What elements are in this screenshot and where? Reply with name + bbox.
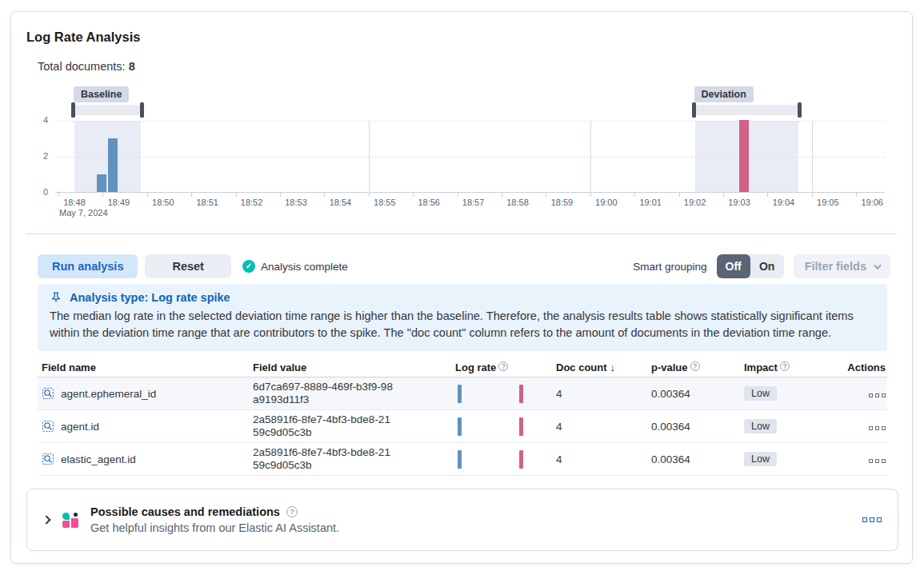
row-actions-icon[interactable]: [869, 459, 886, 463]
x-axis-label: 19:00: [595, 198, 618, 207]
doc-count-value: 4: [556, 453, 651, 465]
x-axis-label: 18:50: [152, 198, 174, 207]
sparkline-deviation-bar: [519, 385, 523, 403]
row-actions-icon[interactable]: [869, 393, 886, 397]
smart-grouping-off-button[interactable]: Off: [717, 254, 750, 278]
log-rate-analysis-panel: Log Rate Analysis Total documents: 8 Bas…: [10, 11, 913, 564]
callout-body: The median log rate in the selected devi…: [50, 308, 875, 341]
x-axis-label: 18:48: [63, 198, 86, 207]
table-row[interactable]: agent.id 2a5891f6-8fe7-4bf3-bde8-2159c9d…: [38, 410, 887, 443]
p-value: 0.00364: [651, 388, 744, 400]
info-icon[interactable]: ?: [780, 361, 790, 371]
possible-causes-panel[interactable]: Possible causes and remediations ? Get h…: [26, 489, 898, 551]
col-header-doc-count[interactable]: Doc count↓: [556, 361, 651, 373]
info-icon[interactable]: ?: [690, 361, 700, 371]
x-gridline: [590, 121, 591, 193]
info-icon[interactable]: ?: [498, 361, 508, 371]
deviation-bar: [739, 120, 749, 192]
table-row[interactable]: agent.ephemeral_id 6d7ca697-8889-469f-b3…: [38, 377, 887, 410]
baseline-brush-left-handle[interactable]: [71, 102, 75, 118]
col-header-p-value[interactable]: p-value?: [651, 361, 744, 373]
field-value: 6d7ca697-8889-469f-b3f9-98a9193d11f3: [253, 381, 395, 406]
total-documents-label: Total documents:: [38, 60, 126, 73]
log-rate-sparkline: [455, 384, 556, 403]
field-type-icon: [42, 420, 54, 433]
baseline-brush-right-handle[interactable]: [140, 102, 144, 118]
field-name: agent.id: [61, 421, 99, 433]
p-value: 0.00364: [651, 453, 744, 465]
col-header-actions: Actions: [834, 361, 887, 373]
x-axis-label: 19:01: [639, 198, 662, 207]
analysis-type-callout: Analysis type: Log rate spike The median…: [38, 284, 887, 351]
x-axis-label: 18:54: [330, 198, 352, 207]
row-actions-icon[interactable]: [869, 426, 886, 430]
possible-causes-subtitle: Get helpful insights from our Elastic AI…: [90, 521, 339, 534]
reset-button[interactable]: Reset: [145, 254, 231, 278]
y-gridline: [55, 121, 885, 122]
x-axis-tick: [369, 193, 370, 197]
field-type-icon: [42, 453, 54, 465]
x-axis-tick: [723, 193, 724, 197]
analysis-status: ✓ Analysis complete: [242, 260, 348, 273]
impact-badge: Low: [744, 386, 777, 401]
x-axis-tick: [546, 193, 546, 197]
panel-actions-icon[interactable]: [862, 517, 882, 522]
deviation-brush[interactable]: [694, 105, 800, 115]
controls-bar: Run analysis Reset ✓ Analysis complete S…: [38, 254, 890, 279]
log-rate-sparkline: [455, 417, 556, 436]
x-gridline: [369, 121, 370, 193]
baseline-bar: [97, 174, 106, 193]
filter-fields-button[interactable]: Filter fields: [794, 254, 890, 278]
x-axis-date-label: May 7, 2024: [59, 208, 108, 218]
x-axis-tick: [458, 193, 458, 197]
field-name: agent.ephemeral_id: [61, 388, 156, 400]
col-header-impact[interactable]: Impact?: [744, 361, 834, 373]
col-header-log-rate[interactable]: Log rate?: [455, 361, 556, 373]
deviation-brush-left-handle[interactable]: [692, 102, 696, 118]
chart-plot-area[interactable]: [55, 121, 885, 193]
table-header-row: Field name Field value Log rate? Doc cou…: [38, 357, 887, 377]
smart-grouping-on-button[interactable]: On: [750, 254, 784, 278]
field-value: 2a5891f6-8fe7-4bf3-bde8-2159c9d05c3b: [253, 446, 395, 472]
x-axis-label: 18:51: [196, 198, 218, 207]
baseline-badge: Baseline: [74, 86, 129, 102]
x-axis-label: 18:57: [462, 198, 485, 207]
expand-chevron-icon[interactable]: [42, 515, 50, 524]
baseline-bar: [108, 138, 118, 193]
run-analysis-button[interactable]: Run analysis: [38, 254, 138, 278]
page-title: Log Rate Analysis: [26, 30, 140, 45]
callout-title: Analysis type: Log rate spike: [70, 291, 230, 304]
x-axis-tick: [856, 193, 857, 197]
x-axis-label: 19:02: [684, 198, 706, 207]
table-row[interactable]: elastic_agent.id 2a5891f6-8fe7-4bf3-bde8…: [38, 443, 887, 476]
y-gridline: [55, 157, 885, 158]
field-name: elastic_agent.id: [61, 453, 136, 465]
deviation-brush-right-handle[interactable]: [798, 102, 802, 118]
y-axis-label: 4: [32, 115, 48, 125]
x-axis-tick: [413, 193, 414, 197]
col-header-field-value[interactable]: Field value: [253, 361, 455, 373]
field-value: 2a5891f6-8fe7-4bf3-bde8-2159c9d05c3b: [253, 413, 395, 439]
section-divider: [26, 234, 897, 234]
x-axis-tick: [590, 193, 591, 197]
x-axis-label: 18:58: [506, 198, 529, 207]
x-axis-label: 18:52: [241, 198, 263, 207]
document-count-chart: Baseline Deviation 024 18:4818:4918:5018…: [11, 81, 914, 223]
results-table: Field name Field value Log rate? Doc cou…: [38, 357, 887, 476]
help-icon[interactable]: ?: [286, 506, 298, 517]
x-axis-label: 18:55: [374, 198, 396, 207]
total-documents: Total documents: 8: [38, 60, 135, 73]
sparkline-baseline-bar: [458, 450, 462, 469]
filter-fields-label: Filter fields: [805, 260, 866, 273]
baseline-brush[interactable]: [73, 105, 142, 115]
doc-count-value: 4: [556, 421, 651, 433]
col-header-field-name[interactable]: Field name: [38, 361, 253, 373]
sparkline-deviation-bar: [519, 417, 523, 436]
x-axis-label: 19:03: [728, 198, 750, 207]
x-axis-label: 18:59: [551, 198, 574, 207]
check-icon: ✓: [242, 260, 255, 273]
field-type-icon: [42, 387, 54, 400]
smart-grouping-label: Smart grouping: [633, 261, 706, 273]
chevron-down-icon: [874, 262, 882, 270]
x-axis-label: 19:04: [773, 198, 795, 207]
